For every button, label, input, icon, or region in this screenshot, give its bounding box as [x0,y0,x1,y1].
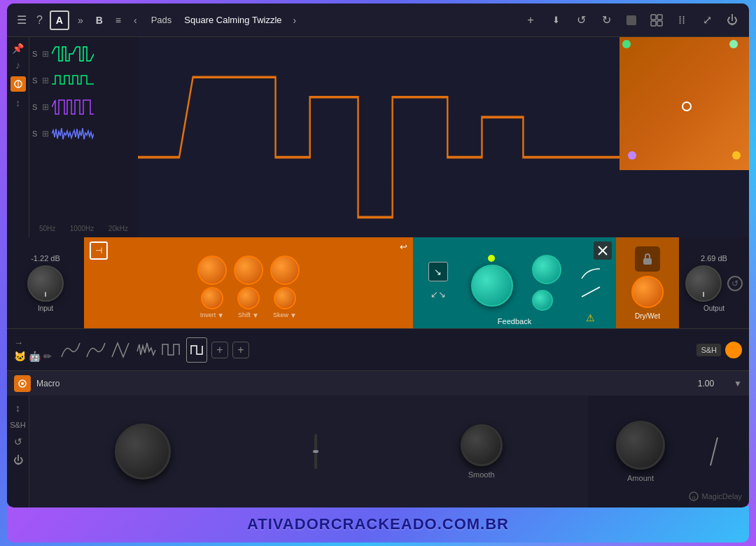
input-section: -1.22 dB Input [7,237,84,328]
invert-chevron[interactable]: ▼ [217,312,224,319]
warn-icon: ⚠ [586,312,595,324]
amount-knob[interactable] [616,421,665,470]
help-icon[interactable]: ? [34,11,46,29]
add-button-2[interactable]: + [232,342,249,358]
top-right-icons: + ⬇ ↺ ↻ ⁞⁞ ⤢ ⏻ [521,10,742,30]
feedback-knob[interactable] [471,265,513,307]
sh-bottom-icon[interactable]: S&H [10,421,26,429]
skew-knob-group: Skew ▼ [270,255,300,319]
curve-shapes [580,267,601,299]
macro-slider-group [314,434,317,469]
wand-icon[interactable]: ✏ [43,351,52,362]
add-icon[interactable]: + [521,10,540,30]
skew-main-knob[interactable] [270,255,300,285]
arrow-icon[interactable]: ↕ [15,97,20,108]
output-undo-icon[interactable]: ↺ [727,276,743,291]
feedback-sub-knob-2[interactable] [532,290,553,311]
forward-icon[interactable]: › [289,12,301,29]
lfo-shape-square[interactable] [161,337,182,363]
sh-button[interactable]: S&H [696,344,721,356]
spectrum-canvas [138,37,620,237]
freq-1khz: 1000Hz [70,225,94,232]
preset-b-button[interactable]: B [92,12,107,29]
cat-icon[interactable]: 🐱 [14,351,26,362]
xy-pad[interactable] [620,37,749,170]
lfo-shape-sine[interactable] [60,337,81,363]
move-button[interactable]: ⤢ [697,10,717,30]
macro-big-knob[interactable] [115,424,171,479]
back-icon[interactable]: ‹ [130,12,141,29]
filter2-icon[interactable]: ↙↘ [428,284,448,304]
shift-main-knob[interactable] [234,255,263,285]
input-knob[interactable] [27,265,64,302]
record-button[interactable] [622,10,641,30]
track-s-label: S [32,130,39,138]
arrows-icon[interactable]: » [74,12,88,29]
xy-dot-green-right[interactable] [729,40,738,48]
lfo-arrow-icon[interactable]: → [14,337,52,348]
robot-icon[interactable]: 🤖 [29,351,41,362]
app-container: ☰ ? A » B ≡ ‹ Pads Square Calming Twizzl… [7,4,749,507]
lfo-shape-active[interactable] [186,337,207,363]
macro-main-area: Smooth [29,396,588,507]
lfo-shape-triangle[interactable] [111,337,132,363]
lfo-shape-sine2[interactable] [85,337,106,363]
power-button[interactable]: ⏻ [722,10,742,30]
macro-chevron[interactable]: ▼ [734,379,742,388]
xy-dot-yellow[interactable] [732,151,741,160]
wave-icon-1[interactable]: ↩ [400,241,407,252]
undo-bottom-icon[interactable]: ↺ [14,436,22,447]
feedback-label: Feedback [498,317,531,326]
power-bottom-icon[interactable]: ⏻ [13,454,23,465]
xy-dot-purple[interactable] [628,151,636,160]
skew-sub-knob[interactable] [274,287,296,309]
lfo-orange-dot[interactable] [725,342,742,358]
skew-chevron[interactable]: ▼ [290,312,297,319]
invert-sub-knob[interactable] [201,287,223,309]
preset-name[interactable]: Square Calming Twizzle [181,15,284,25]
randomize-icon[interactable] [594,241,612,260]
orange-fx-icon[interactable] [10,76,26,92]
xy-dot-green-left[interactable] [622,40,631,48]
pin-icon[interactable]: 📌 [12,43,24,54]
mode-icon-left[interactable]: ⊣ [90,241,108,260]
redo-icon[interactable]: ↻ [596,10,616,30]
macro-medium-knob[interactable] [461,424,503,466]
track-grid-icon[interactable]: ⊞ [42,102,49,112]
track-s-label: S [32,76,39,85]
dots-button[interactable]: ⁞⁞ [672,10,692,30]
svg-rect-0 [626,15,636,25]
invert-main-knob[interactable] [197,255,227,285]
smooth-label: Smooth [468,470,495,479]
shift-sub-knob[interactable] [237,287,260,309]
shift-chevron[interactable]: ▼ [252,312,259,319]
menu-icon[interactable]: ☰ [14,10,29,29]
output-knob[interactable] [685,265,722,302]
capture-icon[interactable]: ⬇ [546,10,566,30]
output-label: Output [704,304,724,312]
macro-right-area: Amount g MagicDelay [588,396,749,507]
grid-button[interactable] [647,10,666,30]
track-grid-icon[interactable]: ⊞ [42,76,49,85]
note-icon[interactable]: ♪ [15,59,20,71]
svg-rect-9 [643,258,652,265]
macro-icon[interactable] [14,375,31,392]
preset-a-button[interactable]: A [50,10,69,30]
undo-icon[interactable]: ↺ [571,10,591,30]
macro-slider[interactable] [314,434,317,469]
track-grid-icon[interactable]: ⊞ [42,49,49,59]
settings-icon[interactable]: ≡ [111,12,125,29]
lfo-bottom-icons: 🐱 🤖 ✏ [14,351,52,362]
lfo-shape-noise[interactable] [136,337,157,363]
lock-button[interactable] [635,246,660,272]
bottom-arrow-icon[interactable]: ↕ [15,402,20,414]
dry-wet-knob[interactable] [631,276,664,308]
filter-icon[interactable]: ↘ [428,262,448,281]
xy-center-point[interactable] [682,102,692,111]
feedback-sub-knob-1[interactable] [532,255,561,284]
amount-sub-indicator [707,434,721,469]
output-section: 2.69 dB ↺ Output [679,237,749,328]
track-waveform-2 [52,70,94,91]
track-grid-icon[interactable]: ⊞ [42,129,49,139]
add-lfo-button[interactable]: + [211,342,228,358]
